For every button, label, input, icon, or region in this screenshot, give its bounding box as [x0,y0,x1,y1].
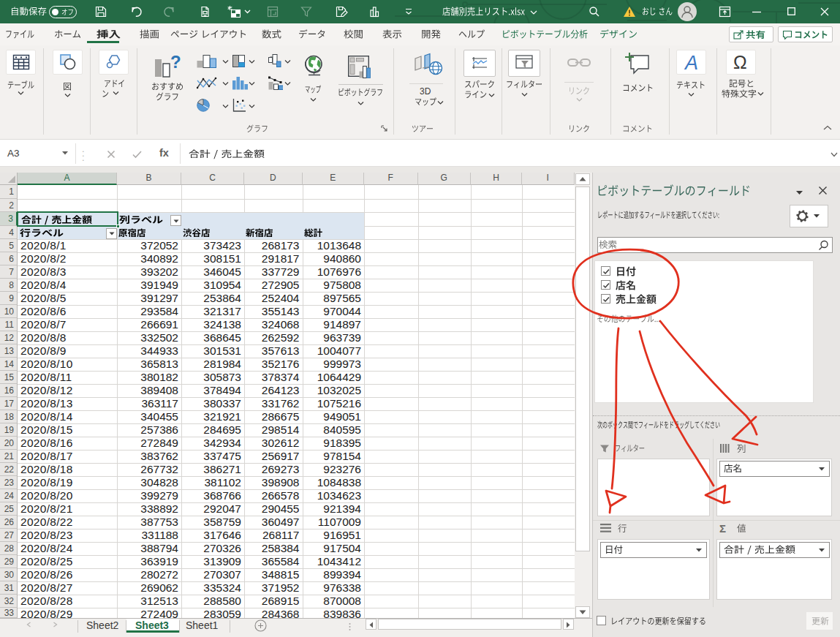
svg-text:Ω: Ω [733,52,747,72]
svg-text:A: A [684,52,698,73]
svg-text:?: ? [170,54,181,72]
